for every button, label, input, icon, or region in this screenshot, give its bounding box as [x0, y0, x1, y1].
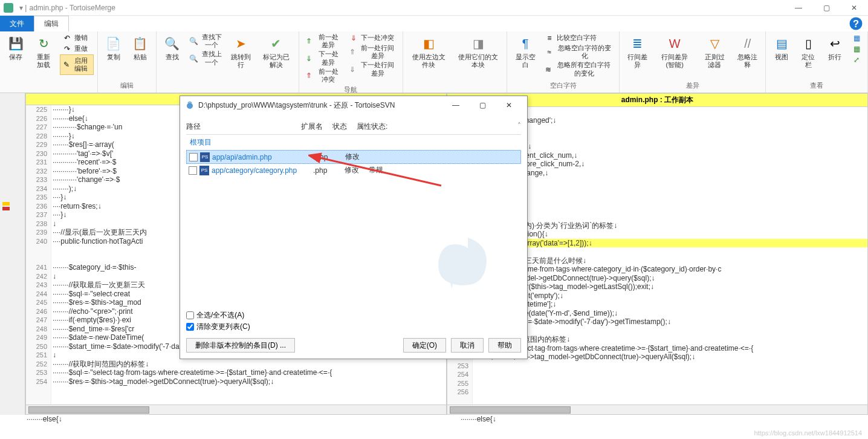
tab-file[interactable]: 文件 — [0, 16, 34, 31]
mark-resolved-button[interactable]: ✔标记为已解决 — [257, 33, 294, 71]
ign-all-ws-button[interactable]: ≋忽略所有空白字符的变化 — [542, 60, 615, 77]
group-diff-label: 差异 — [623, 80, 762, 91]
next-diff-button[interactable]: ⇓下一处差异 — [303, 50, 344, 67]
minimize-button[interactable]: — — [785, 0, 812, 16]
ign-comment-button[interactable]: //忽略注释 — [734, 33, 762, 71]
dialog-close-button[interactable]: ✕ — [496, 97, 522, 114]
inline-smart-icon: W — [666, 35, 683, 52]
dialog-minimize-button[interactable]: — — [442, 97, 469, 114]
find-next-button[interactable]: 🔍查找下一个 — [187, 33, 225, 50]
row-path: app/api/admin.php — [212, 153, 314, 161]
next-conflict-button[interactable]: ⇓下一处冲突 — [346, 33, 399, 44]
ok-button[interactable]: 确定(O) — [403, 338, 446, 353]
qat-separator: ▾ | — [19, 4, 27, 12]
revert-swirl-icon — [424, 223, 497, 296]
locator-button[interactable]: ▯定位栏 — [796, 33, 820, 71]
wrap-button[interactable]: ↩折行 — [823, 33, 847, 63]
find-prev-button[interactable]: 🔍查找上一个 — [187, 50, 225, 67]
extra2-button[interactable]: ▦ — [849, 44, 864, 54]
save-icon: 💾 — [7, 35, 24, 52]
search-icon: 🔍 — [164, 35, 181, 52]
dialog-maximize-button[interactable]: ▢ — [469, 97, 496, 114]
cmp-ws-button[interactable]: ≡比较空白字符 — [542, 33, 615, 44]
group-view-label: 查看 — [769, 80, 864, 91]
copy-button[interactable]: 📄复制 — [102, 33, 126, 63]
next-inline-button[interactable]: ⇓下一处行间差异 — [346, 60, 399, 77]
right-code-text: lse{↓ ·$change·=·'unchanged';↓ res[]·=·a… — [473, 107, 867, 405]
ign-ws-change-button[interactable]: ≈忽略空白字符的变化 — [542, 44, 615, 60]
overview-strip[interactable] — [0, 93, 25, 415]
undo-button[interactable]: ↶撤销 — [60, 33, 94, 44]
inline-smart-button[interactable]: W行间差异(智能) — [654, 33, 696, 71]
group-merge-label — [407, 82, 504, 91]
extra3-button[interactable]: ⤢ — [849, 54, 864, 65]
redo-button[interactable]: ↷重做 — [60, 44, 94, 54]
copy-icon: 📄 — [105, 35, 122, 52]
dialog-title: D:\phpstudy_pro\WWW\tagsystem\trunk - 还原… — [198, 100, 395, 111]
col-ext[interactable]: 扩展名 — [301, 122, 332, 132]
regex-filter-button[interactable]: ▽正则过滤器 — [698, 33, 731, 71]
file-list-area[interactable] — [186, 177, 521, 308]
root-item[interactable]: 根项目 — [186, 135, 521, 150]
paste-button[interactable]: 📋粘贴 — [128, 33, 152, 63]
search-down-icon: 🔍 — [189, 36, 198, 46]
app-icon — [4, 3, 13, 13]
save-button[interactable]: 💾 保存 — [4, 33, 28, 63]
row-checkbox[interactable] — [189, 166, 197, 175]
right-hscroll[interactable] — [447, 405, 867, 414]
left-block-icon: ◧ — [420, 35, 437, 52]
pilcrow-icon: ¶ — [517, 35, 534, 52]
cancel-button[interactable]: 取消 — [451, 338, 484, 353]
left-hscroll[interactable] — [26, 405, 446, 414]
tab-edit[interactable]: 编辑 — [34, 16, 69, 31]
group-edit-label: 编辑 — [102, 80, 152, 91]
col-prop[interactable]: 属性状态: — [357, 122, 517, 132]
show-ws-button[interactable]: ¶显示空白 — [511, 33, 540, 71]
search-up-icon: 🔍 — [189, 54, 198, 63]
prev-conflict-button[interactable]: ⇑前一处冲突 — [303, 67, 344, 84]
dialog-options: 全选/全不选(A) 清除变更列表(C) — [186, 308, 521, 334]
row-path: app/category/category.php — [212, 166, 313, 175]
prev-diff-button[interactable]: ⇑前一处差异 — [303, 33, 344, 50]
dialog-title-bar: D:\phpstudy_pro\WWW\tagsystem\trunk - 还原… — [180, 96, 527, 114]
file-row-selected[interactable]: PS app/api/admin.php .php 修改 — [186, 150, 521, 164]
down-inline-icon: ⇓ — [349, 65, 357, 74]
row-prop: 常规 — [369, 165, 383, 175]
close-button[interactable]: ✕ — [840, 0, 868, 16]
file-row[interactable]: PS app/category/category.php .php 修改 常规 — [186, 164, 521, 177]
view-button[interactable]: ▤视图 — [769, 33, 794, 63]
delete-unversioned-button[interactable]: 删除非版本控制的条目(D) ... — [186, 338, 295, 353]
help-icon[interactable]: ? — [849, 16, 863, 31]
goto-button[interactable]: ➤跳转到行 — [227, 33, 254, 71]
check-icon: ✔ — [268, 35, 285, 52]
up-inline-icon: ⇑ — [349, 47, 357, 57]
select-all-checkbox[interactable]: 全选/全不选(A) — [186, 310, 521, 320]
prev-inline-button[interactable]: ⇑前一处行间差异 — [346, 44, 399, 60]
col-path[interactable]: 路径 — [186, 122, 301, 132]
enable-edit-button[interactable]: ✎启用编辑 — [60, 54, 94, 75]
use-theirs-button[interactable]: ◨使用它们的文本块 — [453, 33, 503, 71]
maximize-button[interactable]: ▢ — [812, 0, 840, 16]
use-left-button[interactable]: ◧使用左边文件块 — [407, 33, 451, 71]
extra1-button[interactable]: ▦ — [849, 33, 864, 44]
inline-diff-button[interactable]: ≣行间差异 — [623, 33, 651, 71]
chevron-up-icon[interactable]: ˄ — [517, 122, 521, 132]
clear-changelist-checkbox[interactable]: 清除变更列表(C) — [186, 322, 521, 332]
ws-ign1-icon: ≈ — [545, 47, 554, 57]
reload-button[interactable]: ↻ 重新加载 — [30, 33, 57, 71]
col-status[interactable]: 状态 — [332, 122, 357, 132]
svg-text:?: ? — [853, 18, 859, 29]
row-checkbox[interactable] — [189, 153, 198, 161]
row-ext: .php — [314, 153, 345, 161]
down-red-icon: ⇓ — [349, 33, 358, 43]
revert-dialog: D:\phpstudy_pro\WWW\tagsystem\trunk - 还原… — [180, 96, 528, 359]
reload-icon: ↻ — [35, 35, 52, 52]
pencil-icon: ✎ — [63, 60, 70, 70]
right-block-icon: ◨ — [470, 35, 487, 52]
watermark: https://blog.csdn.net/lxw1844912514 — [754, 429, 862, 437]
php-file-icon: PS — [199, 166, 209, 175]
down-arrow-icon: ⇓ — [305, 54, 313, 63]
file-list-header[interactable]: 路径 扩展名 状态 属性状态: ˄ — [186, 119, 521, 135]
help-button[interactable]: 帮助 — [488, 338, 521, 353]
find-button[interactable]: 🔍查找 — [160, 33, 184, 63]
